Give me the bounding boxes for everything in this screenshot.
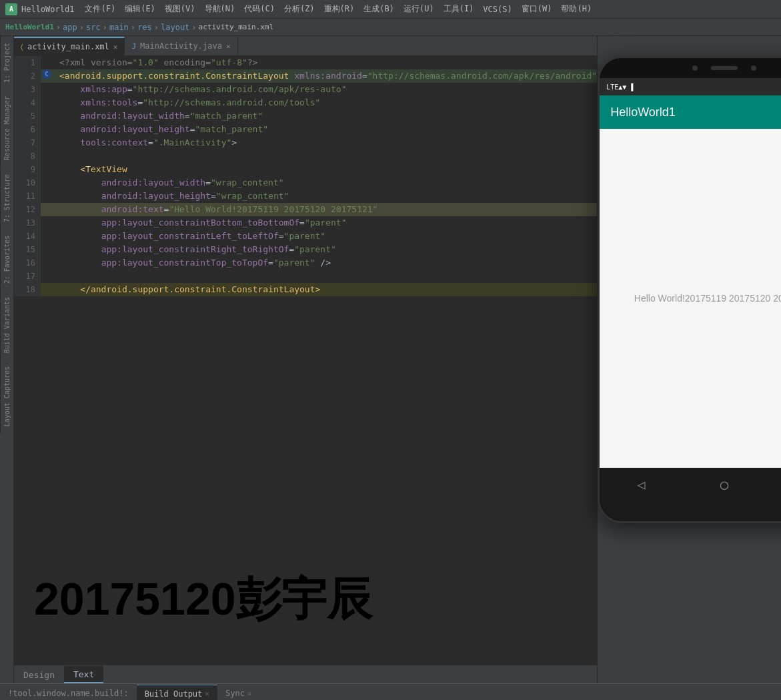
design-tab-design[interactable]: Design	[14, 666, 64, 683]
main-layout: 1: Project Resource Manager 7: Structure…	[0, 36, 781, 683]
phone-speaker	[711, 66, 738, 70]
menu-window[interactable]: 窗口(W)	[518, 2, 556, 16]
xml-icon: 〈	[21, 43, 23, 51]
tab-activity-main[interactable]: 〈 activity_main.xml ✕	[14, 37, 125, 55]
code-line-18: 18 </android.support.constraint.Constrai…	[14, 283, 597, 296]
code-line-16: 16 app:layout_constraintTop_toTopOf="par…	[14, 256, 597, 270]
editor-tabs: 〈 activity_main.xml ✕ J MainActivity.jav…	[14, 36, 597, 56]
menu-view[interactable]: 视图(V)	[161, 2, 199, 16]
watermark: 20175120彭宇辰	[34, 569, 372, 630]
editor-area: 〈 activity_main.xml ✕ J MainActivity.jav…	[14, 36, 597, 683]
menu-tools[interactable]: 工具(I)	[440, 2, 478, 16]
sidebar-structure[interactable]: 7: Structure	[0, 167, 13, 229]
battery-icon: ▐	[629, 83, 633, 91]
menu-refactor[interactable]: 重构(R)	[320, 2, 359, 16]
nav-home-icon[interactable]: ◯	[720, 476, 728, 492]
breadcrumb-app: app	[63, 23, 77, 32]
design-tabs: Design Text	[14, 665, 597, 683]
menu-analyze[interactable]: 分析(Z)	[280, 2, 319, 16]
tab-close-java[interactable]: ✕	[226, 42, 231, 51]
menu-bar: A HelloWorld1 文件(F) 编辑(E) 视图(V) 导航(N) 代码…	[0, 0, 781, 19]
breadcrumb-layout: layout	[161, 23, 189, 32]
breadcrumb-res: res	[137, 23, 152, 32]
code-line-17: 17	[14, 270, 597, 283]
phone-app-bar: HelloWorld1	[600, 95, 781, 129]
code-line-14: 14 app:layout_constraintLeft_toLeftOf="p…	[14, 230, 597, 243]
sim-icon: LTE▲▼	[606, 83, 626, 91]
code-line-5: 5 android:layout_width="match_parent"	[14, 109, 597, 123]
bottom-tab-build-tool[interactable]: !tool.window.name.build!:	[0, 685, 137, 700]
code-line-1: 1 <?xml version="1.0" encoding="utf-8"?>	[14, 56, 597, 69]
sidebar-resource[interactable]: Resource Manager	[0, 89, 13, 167]
menu-run[interactable]: 运行(U)	[400, 2, 438, 16]
code-line-2: 2 C <android.support.constraint.Constrai…	[14, 69, 597, 83]
right-panel: LTE▲▼ ▐ 3:35 HelloWorld1 Hello World!201…	[597, 36, 781, 683]
phone-hello-text: Hello World!20175119 20175120 20175121	[634, 293, 781, 304]
bottom-tab-build-output[interactable]: Build Output ✕	[137, 685, 217, 700]
phone-status-icons: LTE▲▼ ▐	[606, 83, 633, 91]
sidebar-project[interactable]: 1: Project	[0, 36, 13, 89]
design-tab-text[interactable]: Text	[64, 666, 103, 683]
phone-status-bar: LTE▲▼ ▐ 3:35	[600, 78, 781, 95]
menu-generate[interactable]: 生成(B)	[359, 2, 398, 16]
bottom-panel: !tool.window.name.build!: Build Output ✕…	[0, 683, 781, 700]
sidebar-favorites[interactable]: 2: Favorites	[0, 229, 13, 290]
code-line-7: 7 tools:context=".MainActivity">	[14, 136, 597, 149]
phone-device: LTE▲▼ ▐ 3:35 HelloWorld1 Hello World!201…	[598, 56, 781, 523]
nav-back-icon[interactable]: ◁	[637, 476, 645, 492]
phone-app-title: HelloWorld1	[610, 105, 676, 119]
left-sidebar: 1: Project Resource Manager 7: Structure…	[0, 36, 14, 683]
code-line-6: 6 android:layout_height="match_parent"	[14, 123, 597, 136]
breadcrumb-file: activity_main.xml	[199, 23, 274, 31]
breadcrumb: HelloWorld1 › app › src › main › res › l…	[0, 19, 781, 36]
tab-mainactivity[interactable]: J MainActivity.java ✕	[125, 37, 237, 55]
menu-code[interactable]: 代码(C)	[240, 2, 279, 16]
menu-nav[interactable]: 导航(N)	[201, 2, 239, 16]
bottom-tab-sync[interactable]: Sync ✕	[217, 685, 260, 700]
code-line-3: 3 xmlns:app="http://schemas.android.com/…	[14, 83, 597, 96]
breadcrumb-main: main	[109, 23, 129, 32]
sidebar-build-variants[interactable]: Build Variants	[0, 290, 13, 360]
build-output-close[interactable]: ✕	[205, 689, 209, 698]
code-line-4: 4 xmlns:tools="http://schemas.android.co…	[14, 96, 597, 109]
sync-close[interactable]: ✕	[247, 689, 252, 698]
phone-camera	[692, 65, 698, 71]
code-line-15: 15 app:layout_constraintRight_toRightOf=…	[14, 243, 597, 256]
bottom-panel-tabs: !tool.window.name.build!: Build Output ✕…	[0, 684, 781, 700]
app-title: HelloWorld1	[21, 5, 74, 14]
code-line-10: 10 android:layout_width="wrap_content"	[14, 176, 597, 190]
code-line-11: 11 android:layout_height="wrap_content"	[14, 190, 597, 203]
menu-vcs[interactable]: VCS(S)	[479, 3, 516, 15]
code-editor[interactable]: 1 <?xml version="1.0" encoding="utf-8"?>…	[14, 56, 597, 683]
sidebar-layout-captures[interactable]: Layout Captures	[0, 360, 13, 433]
menu-file[interactable]: 文件(F)	[81, 2, 119, 16]
phone-top-bar	[600, 58, 781, 78]
java-icon: J	[131, 42, 136, 51]
menu-edit[interactable]: 编辑(E)	[121, 2, 159, 16]
app-icon: A	[5, 3, 17, 15]
code-line-12: 12 android:text="Hello World!20175119 20…	[14, 203, 597, 216]
menu-help[interactable]: 帮助(H)	[557, 2, 596, 16]
tab-close-xml[interactable]: ✕	[113, 43, 118, 51]
phone-nav-bar: ◁ ◯ □	[600, 468, 781, 501]
code-line-8: 8	[14, 149, 597, 163]
phone-camera-2	[751, 65, 756, 71]
phone-content: Hello World!20175119 20175120 20175121	[600, 129, 781, 468]
code-line-13: 13 app:layout_constraintBottom_toBottomO…	[14, 216, 597, 230]
code-line-9: 9 <TextView	[14, 163, 597, 176]
breadcrumb-src: src	[86, 23, 101, 32]
breadcrumb-project: HelloWorld1	[5, 23, 54, 31]
